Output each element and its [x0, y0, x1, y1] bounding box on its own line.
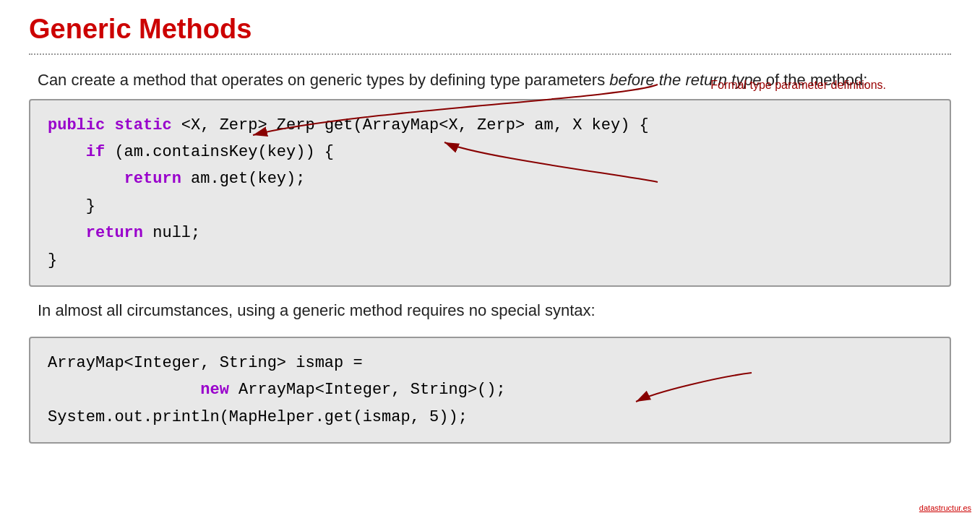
code-block-2: ArrayMap<Integer, String> ismap = new Ar…: [29, 337, 951, 444]
code-line-4: }: [48, 193, 932, 220]
code2-line-1: ArrayMap<Integer, String> ismap =: [48, 350, 932, 376]
watermark: datastructur.es: [919, 504, 971, 512]
code-section-1: Formal type parameter definitions. Retur…: [29, 99, 951, 287]
code-section-2: It's that easy. ArrayMap<Integer, String…: [29, 337, 951, 444]
code-line-1: public static <X, Zerp> Zerp get(ArrayMa…: [48, 112, 932, 139]
annotation-1: Formal type parameter definitions.: [710, 79, 886, 92]
code2-line-3: System.out.println(MapHelper.get(ismap, …: [48, 404, 932, 431]
code-block-1: public static <X, Zerp> Zerp get(ArrayMa…: [29, 99, 951, 287]
code-line-3: return am.get(key);: [48, 165, 932, 192]
page-title: Generic Methods: [29, 13, 951, 46]
code-line-5: return null;: [48, 220, 932, 246]
code2-line-2: new ArrayMap<Integer, String>();: [48, 376, 932, 403]
code-line-2: if (am.containsKey(key)) {: [48, 139, 932, 165]
description-text-1: Can create a method that operates on gen…: [38, 71, 609, 89]
divider: [29, 53, 951, 55]
slide: Generic Methods Can create a method that…: [0, 0, 980, 518]
code-line-6: }: [48, 247, 932, 274]
description-2: In almost all circumstances, using a gen…: [29, 298, 951, 322]
